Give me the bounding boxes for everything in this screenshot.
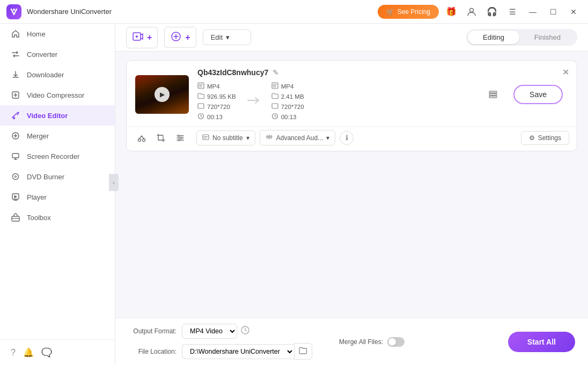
feedback-icon[interactable]: 🗨️ (41, 347, 52, 357)
settings-gear-icon: ⚙ (529, 134, 535, 142)
sidebar-item-toolbox[interactable]: Toolbox (0, 207, 115, 228)
output-format-row: MP4 (271, 82, 304, 90)
output-duration: 00:13 (281, 114, 297, 120)
help-icon[interactable]: ? (11, 348, 16, 357)
sidebar-item-screen-recorder[interactable]: Screen Recorder (0, 146, 115, 166)
see-pricing-button[interactable]: 🛒 See Pricing (378, 5, 439, 19)
conversion-arrow (236, 95, 271, 108)
add-media-button[interactable]: + (164, 27, 196, 48)
svg-rect-19 (489, 94, 497, 96)
downloader-icon (11, 70, 20, 79)
cut-tool-button[interactable] (134, 130, 149, 145)
compressor-icon (11, 90, 20, 100)
settings-dropdown[interactable]: ⚙ Settings (521, 131, 569, 145)
add-media-icon (170, 31, 182, 44)
sidebar-bottom: ? 🔔 🗨️ (0, 339, 115, 365)
start-all-button[interactable]: Start All (508, 332, 575, 352)
output-duration-row: 00:13 (271, 113, 304, 121)
subtitle-dropdown[interactable]: No subtitle ▾ (196, 130, 255, 145)
play-overlay: ▶ (155, 87, 170, 102)
sidebar-item-video-compressor[interactable]: Video Compressor (0, 85, 115, 105)
sidebar-item-player[interactable]: Player (0, 187, 115, 207)
headset-button[interactable]: 🎧 (484, 4, 500, 20)
save-button-wrap: Save (513, 85, 568, 104)
sidebar-item-label: Video Editor (27, 112, 68, 120)
file-location-control: D:\Wondershare UniConverter (182, 343, 312, 360)
audio-wave-icon (266, 133, 273, 142)
source-format: MP4 (207, 83, 220, 90)
svg-point-7 (15, 176, 17, 178)
gift-button[interactable]: 🎁 (443, 4, 459, 20)
crop-tool-button[interactable] (153, 130, 168, 145)
top-toolbar: + + Edit ▾ Editing Finished (115, 24, 588, 52)
main-content: + + Edit ▾ Editing Finished (115, 24, 588, 365)
toolbox-icon (11, 213, 20, 222)
filename: Qb43zIdC8nwhucy7 (197, 68, 268, 77)
titlebar-actions: 🛒 See Pricing 🎁 🎧 ☰ — ☐ ✕ (378, 4, 582, 20)
filename-edit-icon[interactable]: ✎ (273, 68, 279, 77)
card-settings-button[interactable] (486, 87, 501, 102)
svg-point-21 (138, 138, 141, 141)
tab-editing[interactable]: Editing (468, 31, 519, 44)
file-specs: MP4 926.95 KB (197, 82, 473, 121)
player-icon (11, 192, 20, 202)
save-button[interactable]: Save (513, 85, 563, 104)
output-format-select[interactable]: MP4 Video (182, 324, 237, 339)
edit-dropdown[interactable]: Edit ▾ (203, 30, 251, 45)
file-location-label: File Location: (128, 348, 177, 355)
sidebar-item-downloader[interactable]: Downloader (0, 64, 115, 85)
source-duration-row: 00:13 (197, 113, 236, 121)
add-video-label: + (147, 33, 152, 42)
toggle-knob (388, 338, 396, 346)
card-close-button[interactable]: ✕ (560, 66, 571, 78)
edit-label: Edit (211, 33, 223, 41)
dropdown-arrow-icon: ▾ (226, 33, 230, 41)
info-button[interactable]: ℹ (340, 131, 354, 145)
close-button[interactable]: ✕ (565, 4, 582, 20)
audio-label: Advanced Aud... (276, 134, 323, 142)
bottom-fields: Output Format: MP4 Video File Location: (128, 324, 312, 360)
content-area: ▶ Qb43zIdC8nwhucy7 ✎ (115, 52, 588, 318)
format-icon (197, 82, 204, 90)
file-location-select[interactable]: D:\Wondershare UniConverter (182, 344, 294, 359)
bell-icon[interactable]: 🔔 (23, 347, 34, 357)
home-icon (11, 29, 20, 39)
maximize-button[interactable]: ☐ (545, 4, 561, 20)
minimize-button[interactable]: — (525, 4, 541, 20)
app-logo (6, 4, 21, 19)
converter-icon (11, 49, 20, 59)
output-resolution-row: 720*720 (271, 103, 304, 111)
sidebar-item-video-editor[interactable]: Video Editor (0, 105, 115, 126)
sidebar-item-converter[interactable]: Converter (0, 44, 115, 64)
svg-point-25 (179, 139, 180, 141)
output-format-row: Output Format: MP4 Video (128, 324, 312, 339)
browse-folder-button[interactable] (294, 343, 312, 360)
app-title: Wondershare UniConverter (27, 8, 378, 16)
menu-button[interactable]: ☰ (504, 4, 520, 20)
output-format-icon-button[interactable] (240, 325, 250, 337)
add-media-label: + (185, 33, 190, 42)
settings-label: Settings (538, 134, 561, 142)
cart-icon: 🛒 (386, 8, 394, 16)
tab-switcher: Editing Finished (466, 29, 577, 46)
adjust-tool-button[interactable] (173, 130, 188, 145)
svg-rect-20 (489, 96, 497, 98)
sidebar-collapse-button[interactable]: ‹ (109, 174, 119, 191)
out-clock-icon (271, 113, 278, 121)
sidebar-item-label: Screen Recorder (27, 152, 79, 160)
title-bar: Wondershare UniConverter 🛒 See Pricing 🎁… (0, 0, 588, 24)
add-video-button[interactable]: + (126, 27, 158, 48)
audio-dropdown[interactable]: Advanced Aud... ▾ (260, 130, 335, 145)
svg-point-23 (178, 135, 180, 136)
sidebar-item-merger[interactable]: Merger (0, 126, 115, 146)
source-size: 926.95 KB (207, 93, 236, 100)
profile-button[interactable] (464, 4, 480, 20)
merge-label: Merge All Files: (339, 338, 383, 346)
sidebar-item-label: Merger (27, 132, 49, 140)
sidebar-item-home[interactable]: Home (0, 24, 115, 44)
info-icon: ℹ (346, 134, 348, 142)
output-format-label: Output Format: (128, 327, 177, 335)
merge-toggle[interactable] (387, 337, 405, 347)
tab-finished[interactable]: Finished (519, 31, 576, 44)
sidebar-item-dvd-burner[interactable]: DVD Burner (0, 166, 115, 187)
